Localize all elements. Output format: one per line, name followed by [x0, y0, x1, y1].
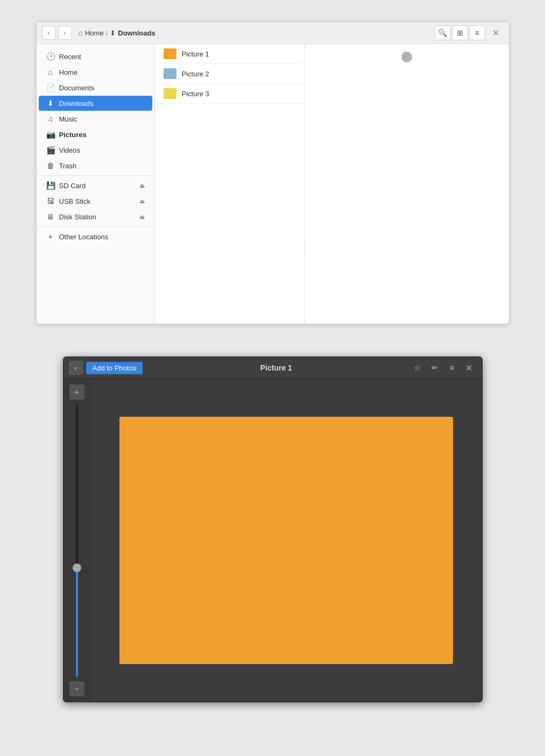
- viewer-title: Picture 1: [146, 363, 406, 372]
- zoom-out-icon: −: [74, 684, 79, 693]
- zoom-in-icon: +: [74, 388, 79, 396]
- list-view-button[interactable]: ≡: [469, 25, 485, 40]
- usb-icon: 🖫: [46, 197, 55, 205]
- toolbar-actions: 🔍 ⊞ ≡ ✕: [435, 25, 504, 40]
- forward-button[interactable]: ›: [58, 26, 72, 40]
- home-sidebar-icon: ⌂: [46, 68, 55, 76]
- recent-icon: 🕐: [46, 52, 55, 61]
- viewer-actions: ☆ ✏ ≡ ✕: [410, 360, 477, 375]
- add-to-photos-button[interactable]: Add to Photos: [86, 362, 143, 374]
- trash-icon: 🗑: [46, 161, 55, 170]
- sidebar-item-other-locations[interactable]: + Other Locations: [39, 229, 152, 244]
- content-area: Picture 1 Picture 2 Picture 3: [155, 44, 509, 324]
- close-icon: ✕: [492, 28, 499, 38]
- grid-icon: ⊞: [457, 28, 463, 37]
- file-row-picture3[interactable]: Picture 3: [155, 84, 304, 104]
- sidebar-item-trash[interactable]: 🗑 Trash: [39, 158, 152, 173]
- file-manager-window: ‹ › ⌂ Home / ⬇ Downloads 🔍 ⊞ ≡ ✕: [36, 22, 509, 324]
- grid-view-button[interactable]: ⊞: [452, 25, 468, 40]
- detail-pane: [305, 44, 509, 324]
- sidebar-divider: [37, 175, 154, 176]
- viewer-close-button[interactable]: ✕: [462, 360, 477, 375]
- file-list: Picture 1 Picture 2 Picture 3: [155, 44, 305, 324]
- downloads-icon: ⬇: [46, 99, 55, 108]
- breadcrumb: ⌂ Home / ⬇ Downloads: [74, 28, 433, 37]
- usb-eject[interactable]: ⏏: [139, 198, 145, 205]
- sidebar-item-documents[interactable]: 📄 Documents: [39, 80, 152, 95]
- sidebar-item-usb-stick[interactable]: 🖫 USB Stick ⏏: [39, 194, 152, 209]
- sidebar-item-recent[interactable]: 🕐 Recent: [39, 49, 152, 64]
- sidebar-item-sd-card[interactable]: 💾 SD Card ⏏: [39, 178, 152, 193]
- viewer-close-icon: ✕: [465, 363, 472, 373]
- star-icon: ☆: [414, 363, 421, 372]
- sidebar-item-downloads[interactable]: ⬇ Downloads: [39, 96, 152, 111]
- pictures-icon: 📷: [46, 130, 55, 139]
- picture3-name: Picture 3: [182, 90, 209, 98]
- picture1-thumbnail: [164, 48, 176, 59]
- forward-icon: ›: [64, 30, 66, 36]
- star-button[interactable]: ☆: [410, 360, 425, 375]
- sidebar-label-disk-station: Disk Station: [59, 213, 96, 221]
- sidebar-item-home[interactable]: ⌂ Home: [39, 65, 152, 80]
- picture1-name: Picture 1: [182, 50, 209, 58]
- zoom-panel: + −: [63, 379, 90, 702]
- back-icon: ‹: [48, 30, 50, 36]
- back-button[interactable]: ‹: [42, 26, 56, 40]
- sidebar-item-videos[interactable]: 🎬 Videos: [39, 142, 152, 158]
- sidebar-label-home: Home: [59, 68, 78, 76]
- detail-indicator: [401, 52, 412, 62]
- zoom-in-button[interactable]: +: [69, 384, 84, 400]
- sidebar-divider-2: [37, 226, 154, 227]
- viewer-back-button[interactable]: ‹: [69, 361, 83, 375]
- sidebar-label-music: Music: [59, 115, 77, 123]
- downloads-dir-icon: ⬇: [110, 29, 116, 37]
- home-icon: ⌂: [79, 28, 83, 37]
- picture2-name: Picture 2: [182, 70, 209, 78]
- viewer-menu-icon: ≡: [449, 363, 454, 372]
- sidebar-label-sd-card: SD Card: [59, 182, 86, 190]
- sidebar-item-music[interactable]: ♫ Music: [39, 111, 152, 126]
- music-icon: ♫: [46, 115, 55, 123]
- sd-card-eject[interactable]: ⏏: [139, 182, 145, 189]
- file-row-picture2[interactable]: Picture 2: [155, 64, 304, 84]
- edit-icon: ✏: [431, 363, 438, 372]
- main-layout: 🕐 Recent ⌂ Home 📄 Documents ⬇ Downloads …: [37, 44, 509, 324]
- sidebar-label-videos: Videos: [59, 146, 81, 154]
- breadcrumb-separator: /: [106, 29, 108, 37]
- sidebar-label-trash: Trash: [59, 162, 77, 170]
- other-locations-icon: +: [46, 232, 55, 241]
- disk-station-eject[interactable]: ⏏: [139, 213, 145, 220]
- picture-image: [119, 417, 453, 664]
- viewer-titlebar: ‹ Add to Photos Picture 1 ☆ ✏ ≡ ✕: [63, 357, 482, 379]
- disk-station-icon: 🖥: [46, 212, 55, 221]
- picture3-thumbnail: [164, 88, 176, 99]
- sidebar-item-disk-station[interactable]: 🖥 Disk Station ⏏: [39, 209, 152, 224]
- add-photos-label: Add to Photos: [93, 364, 137, 372]
- zoom-out-button[interactable]: −: [69, 681, 84, 696]
- breadcrumb-home[interactable]: Home: [85, 29, 104, 37]
- file-row-picture1[interactable]: Picture 1: [155, 44, 304, 64]
- search-icon: 🔍: [438, 28, 447, 37]
- close-button[interactable]: ✕: [489, 25, 504, 40]
- zoom-slider-track[interactable]: [76, 404, 78, 677]
- sidebar-item-pictures[interactable]: 📷 Pictures: [39, 127, 152, 142]
- sd-card-icon: 💾: [46, 181, 55, 190]
- zoom-slider-thumb[interactable]: [73, 564, 81, 572]
- viewer-menu-button[interactable]: ≡: [444, 360, 459, 375]
- search-button[interactable]: 🔍: [435, 25, 451, 40]
- sidebar-label-recent: Recent: [59, 53, 81, 61]
- sidebar: 🕐 Recent ⌂ Home 📄 Documents ⬇ Downloads …: [37, 44, 155, 324]
- breadcrumb-current-dir: Downloads: [118, 29, 155, 37]
- documents-icon: 📄: [46, 83, 55, 92]
- sidebar-label-other-locations: Other Locations: [59, 233, 109, 241]
- zoom-slider-fill: [76, 568, 78, 677]
- sidebar-label-pictures: Pictures: [59, 131, 87, 139]
- edit-button[interactable]: ✏: [427, 360, 442, 375]
- file-manager-titlebar: ‹ › ⌂ Home / ⬇ Downloads 🔍 ⊞ ≡ ✕: [37, 22, 509, 44]
- sidebar-label-usb: USB Stick: [59, 197, 91, 205]
- viewer-body: + −: [63, 379, 482, 702]
- image-display: [90, 379, 482, 702]
- sidebar-label-downloads: Downloads: [59, 99, 94, 108]
- picture2-thumbnail: [164, 68, 176, 79]
- list-icon: ≡: [475, 28, 479, 37]
